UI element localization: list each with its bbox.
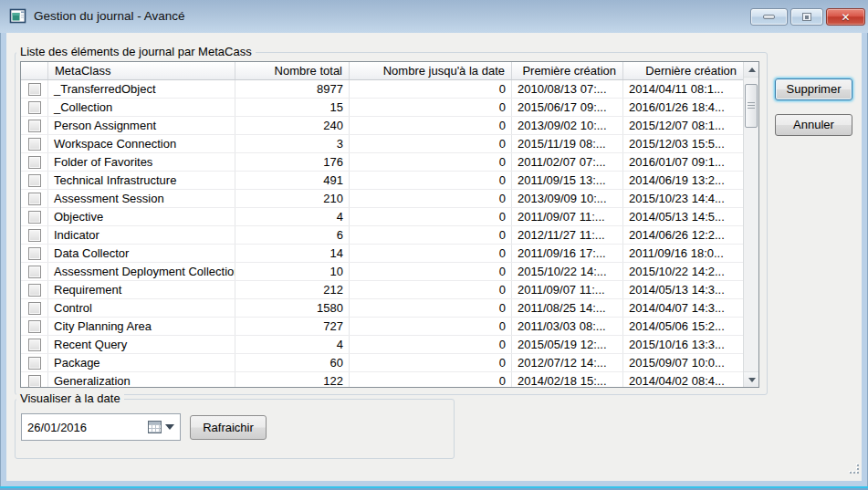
cell-until-date: 0 <box>350 354 512 371</box>
row-checkbox[interactable] <box>28 120 41 132</box>
table-header-row: MetaClass Nombre total Nombre jusqu'à la… <box>21 62 743 80</box>
close-button[interactable]: ✕ <box>826 8 865 26</box>
cell-first-created: 2013/09/09 10:... <box>512 190 623 207</box>
row-checkbox[interactable] <box>28 302 41 315</box>
delete-button[interactable]: Supprimer <box>775 78 852 100</box>
header-last-created[interactable]: Dernière création <box>623 62 743 79</box>
calendar-icon[interactable] <box>148 421 162 433</box>
header-first-created[interactable]: Première création <box>512 62 623 79</box>
cell-metaclass: Generalization <box>48 372 235 387</box>
header-total[interactable]: Nombre total <box>235 62 350 79</box>
row-checkbox[interactable] <box>28 266 41 278</box>
scrollbar-thumb[interactable] <box>745 84 758 128</box>
cell-until-date: 0 <box>350 172 512 189</box>
cell-last-created: 2015/12/03 15:5... <box>623 135 743 152</box>
table-row[interactable]: Control 1580 0 2011/08/25 14:... 2014/04… <box>21 299 743 318</box>
scroll-up-button[interactable] <box>744 62 759 78</box>
table-row[interactable]: Workspace Connection 3 0 2015/11/19 08:.… <box>21 135 743 153</box>
row-checkbox[interactable] <box>28 339 41 351</box>
row-checkbox[interactable] <box>28 101 41 114</box>
table-row[interactable]: Requirement 212 0 2011/09/07 11:... 2014… <box>21 281 743 299</box>
cell-total: 15 <box>235 99 350 116</box>
row-checkbox[interactable] <box>28 211 41 224</box>
minimize-icon <box>763 15 775 19</box>
row-checkbox[interactable] <box>28 83 41 96</box>
row-checkbox[interactable] <box>28 320 41 333</box>
scroll-down-button[interactable] <box>744 371 759 387</box>
resize-grip[interactable] <box>849 464 859 474</box>
cell-total: 8977 <box>235 80 350 98</box>
table-row[interactable]: Data Collector 14 0 2011/09/16 17:... 20… <box>21 245 743 263</box>
window-title: Gestion du journal - Avancé <box>34 0 185 32</box>
cell-until-date: 0 <box>350 117 512 134</box>
row-checkbox[interactable] <box>28 174 41 187</box>
cell-last-created: 2014/06/19 13:2... <box>623 172 743 189</box>
header-metaclass[interactable]: MetaClass <box>48 62 235 79</box>
cell-last-created: 2015/10/23 14:4... <box>623 190 743 207</box>
cell-last-created: 2015/12/07 08:1... <box>623 117 743 134</box>
cell-last-created: 2016/01/26 18:4... <box>623 99 743 116</box>
table-row[interactable]: Package 60 0 2012/07/12 14:... 2015/09/0… <box>21 354 743 372</box>
cell-total: 210 <box>235 190 350 207</box>
table-row[interactable]: Folder of Favorites 176 0 2011/02/07 07:… <box>21 153 743 172</box>
date-field[interactable]: 26/01/2016 <box>21 413 181 441</box>
table-row[interactable]: Person Assignment 240 0 2013/09/02 10:..… <box>21 117 743 135</box>
row-checkbox[interactable] <box>28 357 41 370</box>
row-checkbox-cell <box>21 172 48 189</box>
cell-first-created: 2015/11/19 08:... <box>512 135 623 152</box>
cell-total: 240 <box>235 117 350 134</box>
row-checkbox[interactable] <box>28 375 41 388</box>
row-checkbox-cell <box>21 354 48 371</box>
cell-total: 6 <box>235 226 350 244</box>
cell-metaclass: _Collection <box>48 99 235 116</box>
table-row[interactable]: Technical Infrastructure 491 0 2011/09/1… <box>21 172 743 190</box>
cell-first-created: 2015/06/17 09:... <box>512 99 623 116</box>
table-row[interactable]: _TransferredObject 8977 0 2010/08/13 07:… <box>21 80 743 99</box>
table-row[interactable]: Objective 4 0 2011/09/07 11:... 2014/05/… <box>21 208 743 226</box>
row-checkbox[interactable] <box>28 138 41 151</box>
dialog-client-area: Liste des éléments de journal par MetaCa… <box>6 33 862 481</box>
cell-total: 4 <box>235 336 350 353</box>
header-until-date[interactable]: Nombre jusqu'à la date <box>350 62 512 79</box>
table-row[interactable]: _Collection 15 0 2015/06/17 09:... 2016/… <box>21 99 743 117</box>
cancel-button[interactable]: Annuler <box>775 114 852 136</box>
cell-until-date: 0 <box>350 190 512 207</box>
row-checkbox[interactable] <box>28 284 41 297</box>
table-row[interactable]: Recent Query 4 0 2015/05/19 12:... 2015/… <box>21 336 743 354</box>
row-checkbox[interactable] <box>28 156 41 169</box>
table-row[interactable]: Generalization 122 0 2014/02/18 15:... 2… <box>21 372 743 387</box>
refresh-button[interactable]: Rafraichir <box>190 415 267 440</box>
cell-total: 10 <box>235 263 350 280</box>
cell-first-created: 2011/08/25 14:... <box>512 299 623 317</box>
table-row[interactable]: City Planning Area 727 0 2011/03/03 08:.… <box>21 318 743 336</box>
vertical-scrollbar[interactable] <box>743 62 758 387</box>
table-row[interactable]: Indicator 6 0 2012/11/27 11:... 2014/06/… <box>21 226 743 245</box>
cell-last-created: 2014/05/13 14:3... <box>623 281 743 298</box>
table-row[interactable]: Assessment Session 210 0 2013/09/09 10:.… <box>21 190 743 208</box>
cell-until-date: 0 <box>350 299 512 317</box>
cell-metaclass: Technical Infrastructure <box>48 172 235 189</box>
minimize-button[interactable] <box>750 8 788 26</box>
cell-first-created: 2013/09/02 10:... <box>512 117 623 134</box>
row-checkbox[interactable] <box>28 229 41 242</box>
cell-last-created: 2015/09/07 10:0... <box>623 354 743 371</box>
cell-until-date: 0 <box>350 99 512 116</box>
row-checkbox[interactable] <box>28 193 41 205</box>
row-checkbox[interactable] <box>28 247 41 260</box>
cell-total: 1580 <box>235 299 350 317</box>
cell-first-created: 2012/11/27 11:... <box>512 226 623 244</box>
cell-metaclass: Control <box>48 299 235 317</box>
row-checkbox-cell <box>21 226 48 244</box>
calendar-dropdown-icon[interactable] <box>165 424 174 430</box>
cell-metaclass: Assessment Session <box>48 190 235 207</box>
cell-total: 122 <box>235 372 350 387</box>
row-checkbox-cell <box>21 245 48 262</box>
cell-until-date: 0 <box>350 245 512 262</box>
row-checkbox-cell <box>21 135 48 152</box>
restore-button[interactable] <box>790 8 823 26</box>
cell-last-created: 2014/05/13 14:5... <box>623 208 743 225</box>
date-value[interactable]: 26/01/2016 <box>27 421 148 434</box>
table-row[interactable]: Assessment Deployment Collection 10 0 20… <box>21 263 743 281</box>
metaclass-table: MetaClass Nombre total Nombre jusqu'à la… <box>20 61 759 388</box>
row-checkbox-cell <box>21 208 48 225</box>
